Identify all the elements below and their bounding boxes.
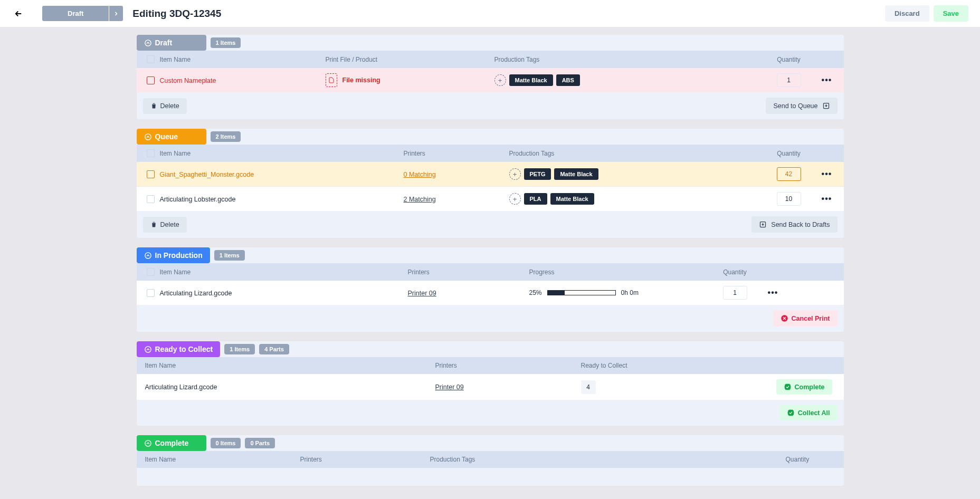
queue-row: Giant_Spaghetti_Monster.gcode 0 Matching… bbox=[137, 162, 844, 187]
tag: Matte Black bbox=[554, 168, 598, 180]
matching-link[interactable]: 0 Matching bbox=[404, 171, 436, 178]
complete-parts-badge: 0 Parts bbox=[245, 438, 275, 448]
complete-count-badge: 0 Items bbox=[211, 438, 241, 448]
svg-point-4 bbox=[145, 252, 150, 258]
add-tag-button[interactable]: + bbox=[509, 193, 521, 205]
topbar: Draft Editing 3DQ-12345 Discard Save bbox=[0, 0, 980, 27]
draft-section-label[interactable]: Draft bbox=[137, 35, 206, 51]
col-printers: Printers bbox=[408, 268, 529, 276]
qty-input[interactable]: 1 bbox=[777, 73, 801, 87]
col-tags: Production Tags bbox=[509, 150, 763, 157]
queue-label-text: Queue bbox=[155, 132, 178, 141]
prod-select-all[interactable] bbox=[147, 268, 155, 276]
complete-button[interactable]: Complete bbox=[776, 379, 832, 395]
file-missing-icon bbox=[326, 73, 337, 87]
complete-section-label[interactable]: Complete bbox=[137, 435, 206, 451]
ready-count: 4 bbox=[581, 380, 596, 394]
save-button[interactable]: Save bbox=[934, 5, 968, 22]
queue-header-row: Item Name Printers Production Tags Quant… bbox=[137, 145, 844, 162]
row-menu-icon[interactable]: ••• bbox=[822, 169, 832, 179]
col-ready: Ready to Collect bbox=[581, 362, 781, 369]
send-to-queue-button[interactable]: Send to Queue bbox=[766, 98, 837, 114]
production-section-label[interactable]: In Production bbox=[137, 247, 210, 263]
status-next-button[interactable] bbox=[109, 6, 123, 21]
ready-parts-badge: 4 Parts bbox=[259, 344, 289, 354]
tag: PLA bbox=[524, 193, 547, 205]
qty-input[interactable]: 42 bbox=[777, 167, 801, 181]
draft-row-checkbox[interactable] bbox=[147, 76, 155, 84]
complete-panel: Complete 0 Items 0 Parts Item Name Print… bbox=[137, 435, 844, 486]
tag: Matte Black bbox=[550, 193, 594, 205]
discard-button[interactable]: Discard bbox=[885, 5, 929, 22]
progress-bar bbox=[547, 290, 616, 295]
draft-count-badge: 1 Items bbox=[211, 37, 241, 48]
delete-button[interactable]: Delete bbox=[143, 98, 187, 114]
col-qty: Quantity bbox=[763, 150, 815, 157]
cancel-print-button[interactable]: Cancel Print bbox=[773, 310, 838, 327]
collect-all-button[interactable]: Collect All bbox=[779, 405, 838, 420]
queue-section-label[interactable]: Queue bbox=[137, 129, 206, 145]
progress-pct: 25% bbox=[529, 289, 542, 296]
col-printers: Printers bbox=[435, 362, 581, 369]
col-tags: Production Tags bbox=[430, 456, 786, 463]
row-menu-icon[interactable]: ••• bbox=[822, 75, 832, 85]
matching-link[interactable]: 2 Matching bbox=[404, 196, 436, 203]
production-panel: In Production 1 Items Item Name Printers… bbox=[137, 247, 844, 332]
qty-input[interactable]: 10 bbox=[777, 192, 801, 206]
draft-header-row: Item Name Print File / Product Productio… bbox=[137, 51, 844, 68]
ready-row: Articulating Lizard.gcode Printer 09 4 C… bbox=[137, 374, 844, 400]
draft-panel: Draft 1 Items Item Name Print File / Pro… bbox=[137, 35, 844, 119]
delete-button[interactable]: Delete bbox=[143, 217, 187, 233]
col-file: Print File / Product bbox=[326, 56, 494, 63]
col-item-name: Item Name bbox=[160, 268, 408, 276]
col-printers: Printers bbox=[404, 150, 509, 157]
ready-section-label[interactable]: Ready to Collect bbox=[137, 341, 221, 357]
qty-input[interactable]: 1 bbox=[723, 286, 747, 300]
ready-header-row: Item Name Printers Ready to Collect bbox=[137, 357, 844, 374]
prod-label-text: In Production bbox=[155, 251, 203, 260]
queue-count-badge: 2 Items bbox=[211, 131, 241, 142]
prod-header-row: Item Name Printers Progress Quantity bbox=[137, 263, 844, 281]
file-missing-text: File missing bbox=[342, 76, 380, 84]
tag: PETG bbox=[524, 168, 551, 180]
col-qty: Quantity bbox=[786, 456, 839, 463]
page-title: Editing 3DQ-12345 bbox=[132, 8, 221, 20]
printer-link[interactable]: Printer 09 bbox=[408, 290, 436, 297]
row-menu-icon[interactable]: ••• bbox=[822, 194, 832, 204]
queue-select-all[interactable] bbox=[147, 149, 155, 157]
col-printers: Printers bbox=[300, 456, 430, 463]
queue-item-name: Giant_Spaghetti_Monster.gcode bbox=[160, 171, 254, 178]
add-tag-button[interactable]: + bbox=[494, 74, 506, 86]
row-menu-icon[interactable]: ••• bbox=[768, 288, 778, 298]
ready-count-badge: 1 Items bbox=[224, 344, 255, 354]
prod-count-badge: 1 Items bbox=[214, 250, 245, 261]
send-back-drafts-button[interactable]: Send Back to Drafts bbox=[751, 216, 837, 233]
draft-select-all[interactable] bbox=[147, 55, 155, 63]
draft-item-name: Custom Nameplate bbox=[160, 77, 216, 84]
prod-row-checkbox[interactable] bbox=[147, 289, 155, 297]
cancel-label: Cancel Print bbox=[792, 315, 830, 322]
complete-label-text: Complete bbox=[155, 439, 189, 447]
add-tag-button[interactable]: + bbox=[509, 168, 521, 180]
draft-row: Custom Nameplate File missing + Matte Bl… bbox=[137, 68, 844, 92]
col-item-name: Item Name bbox=[160, 150, 404, 157]
back-label: Send Back to Drafts bbox=[771, 221, 830, 228]
draft-label-text: Draft bbox=[155, 39, 173, 47]
printer-link[interactable]: Printer 09 bbox=[435, 383, 464, 391]
back-icon[interactable] bbox=[12, 7, 25, 21]
col-item-name: Item Name bbox=[142, 456, 300, 463]
queue-row-checkbox[interactable] bbox=[147, 170, 155, 178]
tag: Matte Black bbox=[509, 74, 553, 86]
delete-label: Delete bbox=[160, 102, 179, 110]
queue-row-checkbox[interactable] bbox=[147, 195, 155, 203]
tag: ABS bbox=[556, 74, 580, 86]
queue-row: Articulating Lobster.gcode 2 Matching + … bbox=[137, 187, 844, 211]
progress-time: 0h 0m bbox=[621, 289, 639, 296]
complete-header-row: Item Name Printers Production Tags Quant… bbox=[137, 451, 844, 468]
complete-label: Complete bbox=[795, 383, 825, 391]
ready-panel: Ready to Collect 1 Items 4 Parts Item Na… bbox=[137, 341, 844, 426]
delete-label: Delete bbox=[160, 221, 179, 228]
status-draft: Draft bbox=[42, 6, 109, 21]
ready-item-name: Articulating Lizard.gcode bbox=[145, 383, 217, 391]
prod-item-name: Articulating Lizard.gcode bbox=[160, 290, 232, 297]
